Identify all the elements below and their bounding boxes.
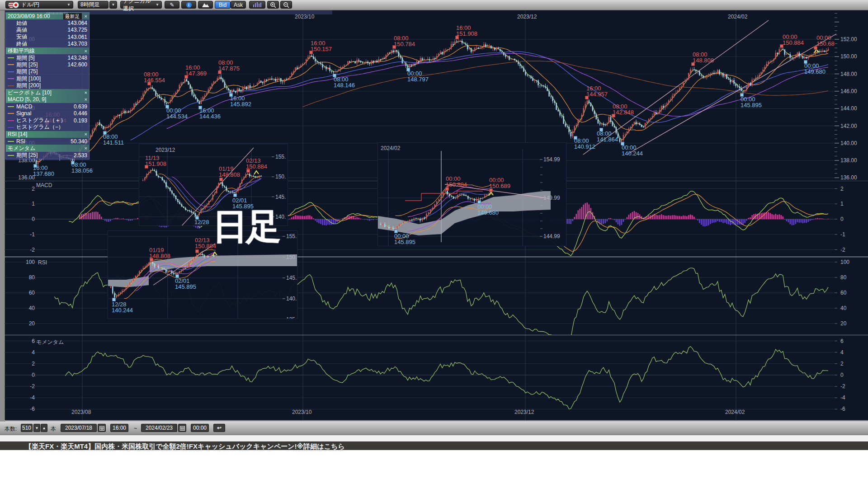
chevron-down-icon: ▼ [112, 3, 115, 7]
timeframe-select[interactable]: 8時間足 [78, 1, 108, 9]
to-calendar-button[interactable] [178, 424, 186, 432]
panel-row-value: 143.064 [68, 20, 87, 26]
draw-tool-button[interactable]: ✎ [165, 1, 179, 9]
peak-square-icon [218, 70, 222, 74]
mountain-icon [202, 2, 210, 8]
panel-section-header: MACD [5, 20, 9]× [6, 96, 89, 103]
indicator-info-panel[interactable]: 2023/08/09 16:00 最新足 × 始値143.064高値143.72… [5, 12, 90, 160]
peak-label: 00:00150.884 [446, 176, 467, 188]
bottom-square-icon [112, 298, 116, 301]
bottom-square-icon [804, 60, 807, 64]
from-calendar-button[interactable] [98, 424, 106, 432]
reload-button[interactable]: ↩ [213, 424, 225, 432]
panel-row-label: MACD [16, 103, 32, 110]
momentum-axis-label: 0 [840, 372, 844, 378]
peak-square-icon [219, 178, 223, 181]
bid-button[interactable]: Bid [215, 1, 231, 9]
bottom-square-icon [574, 136, 577, 140]
count-increase-button[interactable]: ▲ [41, 424, 47, 432]
bottom-square-icon [477, 200, 481, 204]
bar-unit-label: 本 [51, 425, 56, 433]
bottom-label: 08:00141.864 [597, 131, 618, 142]
date-axis-label: 2023/12 [514, 409, 534, 415]
chart-style-button[interactable] [198, 1, 213, 9]
rsi-axis-label: 20 [13, 321, 35, 326]
return-arrow-icon: ↩ [217, 425, 222, 431]
macd-axis-label: -2 [13, 247, 35, 253]
panel-drag-dots [47, 12, 68, 14]
close-icon[interactable]: × [85, 131, 87, 137]
inset-axis-label: 150. [286, 254, 297, 260]
macd-axis-label: 2 [840, 186, 844, 192]
panel-row-label: Signal [16, 110, 31, 117]
to-date-input[interactable]: 2024/02/23 [141, 424, 177, 432]
macd-axis-label: 0 [840, 216, 844, 222]
count-decrease-button[interactable]: ▼ [33, 424, 40, 432]
close-icon[interactable]: × [85, 48, 87, 54]
zoom-in-button[interactable] [267, 1, 279, 9]
date-axis-label: 2023/10 [295, 14, 314, 19]
close-icon[interactable]: × [85, 97, 87, 102]
ad-banner-text[interactable]: 【楽天FX・楽天MT4】国内株・米国株取引で全額2倍!FXキャッシュバックキャン… [25, 441, 868, 450]
rsi-axis-label: 80 [13, 275, 35, 280]
panel-row: 安値143.061 [6, 33, 89, 40]
panel-row: ヒストグラム（＋）0.193 [6, 117, 89, 124]
bottom-label: 00:00145.895 [394, 233, 415, 245]
line-color-swatch-icon [8, 71, 14, 72]
peak-square-icon [585, 96, 589, 99]
timeframe-dropdown-button[interactable]: ▼ [109, 1, 117, 9]
close-icon[interactable]: × [85, 90, 87, 95]
technical-select[interactable]: テクニカル選択 ▼ [120, 1, 162, 9]
from-date-input[interactable]: 2023/07/18 [61, 424, 97, 432]
macd-axis-label: 2 [13, 186, 35, 192]
inset-8h-2024-02[interactable]: 2024/02154.99149.99144.9900:00150.88400:… [377, 142, 566, 246]
peak-square-icon [309, 51, 313, 54]
info-button[interactable]: i [181, 1, 196, 9]
from-time-input[interactable]: 16:00 [110, 424, 128, 432]
peak-label: 00:00150.884 [783, 34, 804, 46]
bottom-square-icon [599, 128, 603, 131]
bar-count-input[interactable]: 510 [21, 424, 33, 432]
peak-label: 16:00147.369 [185, 65, 207, 76]
bottom-square-icon [175, 274, 179, 278]
date-axis-label: 2023/08 [71, 409, 91, 415]
inset-axis-label: 135. [286, 317, 297, 319]
peak-square-icon [612, 114, 615, 117]
date-axis-label: 2024/02 [728, 14, 747, 19]
price-axis-label: 152.00 [840, 37, 857, 42]
to-time-input[interactable]: 00:00 [191, 424, 209, 432]
ad-banner[interactable]: 【楽天FX・楽天MT4】国内株・米国株取引で全額2倍!FXキャッシュバックキャン… [0, 441, 868, 450]
bottom-label: 00:00145.895 [741, 96, 762, 108]
close-icon[interactable]: × [85, 145, 87, 151]
momentum-axis-label: 2 [840, 361, 844, 366]
inset-title: 2023/12 [156, 147, 175, 153]
ask-button[interactable]: Ask [231, 1, 246, 9]
peak-label: 02/13150.884 [246, 158, 267, 169]
bottom-square-icon [195, 216, 199, 220]
rsi-axis-label: 20 [840, 321, 846, 326]
panel-row: 終値143.703 [6, 41, 89, 47]
tick-chart-button[interactable] [249, 1, 265, 9]
panel-row-value: 142.600 [68, 61, 87, 68]
calendar-icon [99, 426, 104, 431]
price-axis-label: 150.00 [840, 54, 857, 59]
peak-square-icon [145, 165, 148, 169]
inset-axis-label: 150. [275, 174, 286, 179]
bar-count-label: 本数: [5, 425, 17, 433]
rsi-axis-label: 60 [840, 290, 846, 296]
pane-separator[interactable] [5, 335, 868, 335]
close-icon[interactable]: × [85, 14, 87, 19]
peak-label: 00:00150.68 [816, 35, 835, 47]
ask-label: Ask [234, 2, 243, 8]
section-title: ピークボトム [10] [8, 89, 52, 97]
currency-pair-select[interactable]: ドル/円 ▼ [5, 1, 73, 9]
inset-axis-label: 145. [286, 275, 297, 281]
inset-axis-label: 154.99 [543, 157, 560, 162]
peak-square-icon [392, 45, 396, 49]
zoom-out-button[interactable] [280, 1, 292, 9]
pencil-icon: ✎ [170, 2, 174, 8]
price-axis-label: 136.00 [840, 175, 857, 180]
peak-label: 08:00147.875 [218, 60, 240, 71]
peak-label: 08:00148.808 [693, 52, 714, 63]
macd-axis-label: -1 [840, 232, 845, 237]
